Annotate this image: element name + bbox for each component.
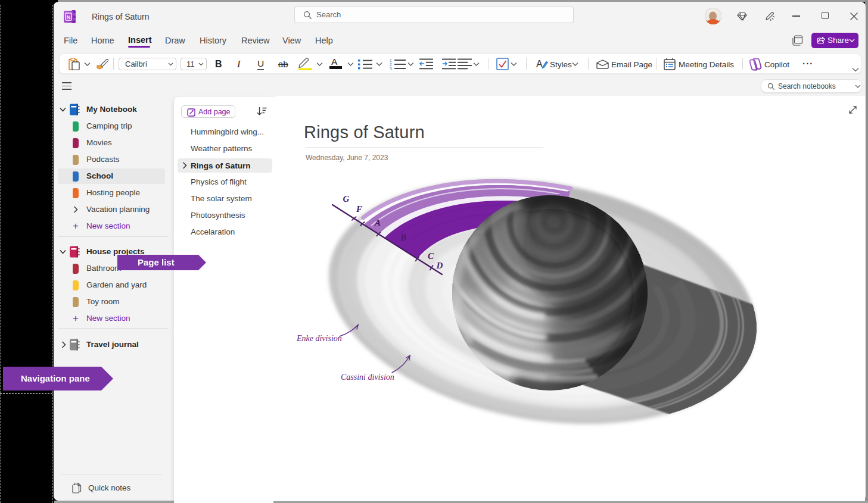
svg-text:1: 1 bbox=[390, 58, 392, 63]
svg-text:Enke division: Enke division bbox=[296, 334, 342, 343]
svg-text:F: F bbox=[356, 204, 362, 214]
svg-text:Cassini division: Cassini division bbox=[341, 373, 394, 382]
svg-text:A: A bbox=[374, 218, 381, 227]
svg-text:G: G bbox=[343, 194, 350, 204]
svg-text:3: 3 bbox=[390, 67, 392, 70]
svg-text:A: A bbox=[536, 59, 543, 69]
svg-text:C: C bbox=[428, 251, 434, 261]
svg-text:B: B bbox=[400, 233, 406, 242]
svg-text:N: N bbox=[67, 14, 71, 20]
svg-text:2: 2 bbox=[390, 63, 392, 67]
svg-text:D: D bbox=[436, 261, 443, 270]
